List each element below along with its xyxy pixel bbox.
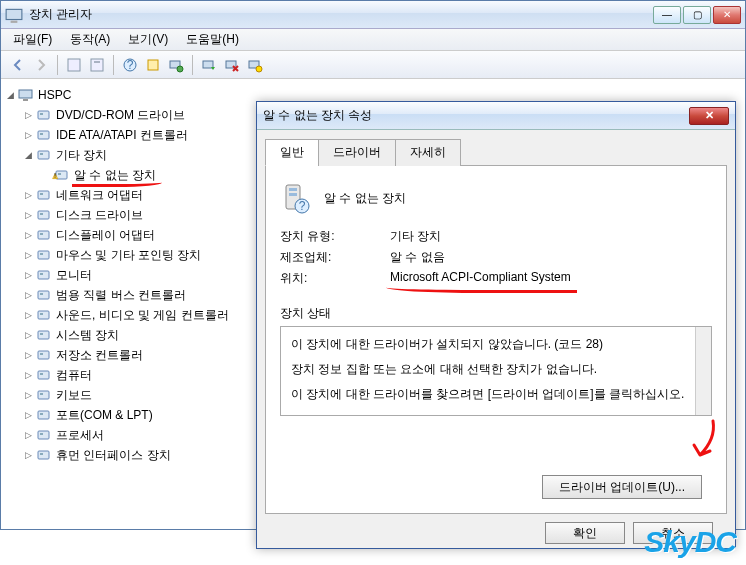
- value-location: Microsoft ACPI-Compliant System: [390, 270, 571, 287]
- svg-rect-2: [68, 59, 80, 71]
- expander-icon[interactable]: ▷: [23, 430, 34, 441]
- tree-item-label: 컴퓨터: [54, 366, 94, 384]
- computer-icon: [18, 87, 34, 103]
- toolbar-icon[interactable]: [86, 54, 108, 76]
- status-line: 장치 정보 집합 또는 요소에 대해 선택한 장치가 없습니다.: [291, 360, 701, 379]
- forward-button[interactable]: [30, 54, 52, 76]
- toolbar-icon[interactable]: [142, 54, 164, 76]
- svg-rect-25: [38, 191, 49, 199]
- svg-rect-45: [38, 391, 49, 399]
- svg-rect-41: [38, 351, 49, 359]
- category-icon: [36, 267, 52, 283]
- svg-rect-0: [6, 9, 22, 19]
- tree-child-label: 알 수 없는 장치: [72, 166, 158, 184]
- expander-icon[interactable]: ▷: [23, 310, 34, 321]
- expander-icon[interactable]: ▷: [23, 390, 34, 401]
- menu-help[interactable]: 도움말(H): [178, 29, 247, 50]
- tab-general[interactable]: 일반: [265, 139, 319, 166]
- menubar: 파일(F) 동작(A) 보기(V) 도움말(H): [1, 29, 745, 51]
- toolbar-icon[interactable]: [198, 54, 220, 76]
- value-device-type: 기타 장치: [390, 228, 441, 245]
- tree-item-label: 프로세서: [54, 426, 106, 444]
- tab-pane-general: ? 알 수 없는 장치 장치 유형:기타 장치 제조업체:알 수 없음 위치:M…: [265, 166, 727, 514]
- ok-button[interactable]: 확인: [545, 522, 625, 544]
- svg-point-13: [256, 66, 262, 72]
- svg-rect-3: [91, 59, 103, 71]
- svg-rect-48: [40, 413, 43, 415]
- expander-icon[interactable]: ▷: [23, 230, 34, 241]
- svg-rect-55: [289, 193, 297, 196]
- expander-icon[interactable]: ▷: [23, 450, 34, 461]
- update-driver-button[interactable]: 드라이버 업데이트(U)...: [542, 475, 702, 499]
- category-icon: [36, 427, 52, 443]
- scan-hardware-icon[interactable]: [165, 54, 187, 76]
- category-icon: [36, 387, 52, 403]
- svg-rect-7: [148, 60, 158, 70]
- expander-icon[interactable]: ▷: [23, 130, 34, 141]
- back-button[interactable]: [7, 54, 29, 76]
- tab-strip: 일반 드라이버 자세히: [265, 138, 727, 166]
- svg-rect-31: [38, 251, 49, 259]
- tree-item-label: DVD/CD-ROM 드라이브: [54, 106, 187, 124]
- expander-icon[interactable]: ▷: [23, 330, 34, 341]
- tree-item-label: 키보드: [54, 386, 94, 404]
- expander-icon[interactable]: ▷: [23, 110, 34, 121]
- help-icon[interactable]: ?: [119, 54, 141, 76]
- menu-view[interactable]: 보기(V): [120, 29, 176, 50]
- uninstall-icon[interactable]: [221, 54, 243, 76]
- expander-icon[interactable]: ▷: [23, 190, 34, 201]
- svg-rect-38: [40, 313, 43, 315]
- category-icon: [36, 227, 52, 243]
- value-manufacturer: 알 수 없음: [390, 249, 445, 266]
- status-box[interactable]: 이 장치에 대한 드라이버가 설치되지 않았습니다. (코드 28) 장치 정보…: [280, 326, 712, 416]
- category-icon: [36, 307, 52, 323]
- svg-rect-14: [19, 90, 32, 98]
- svg-rect-40: [40, 333, 43, 335]
- category-icon: [36, 127, 52, 143]
- svg-rect-29: [38, 231, 49, 239]
- maximize-button[interactable]: ▢: [683, 6, 711, 24]
- tab-details[interactable]: 자세히: [395, 139, 461, 166]
- tree-item-label: 마우스 및 기타 포인팅 장치: [54, 246, 203, 264]
- category-icon: [36, 447, 52, 463]
- svg-rect-46: [40, 393, 43, 395]
- category-icon: [36, 367, 52, 383]
- menu-action[interactable]: 동작(A): [62, 29, 118, 50]
- tree-item-label: 포트(COM & LPT): [54, 406, 155, 424]
- dialog-title: 알 수 없는 장치 속성: [263, 107, 689, 124]
- expander-icon[interactable]: ▷: [23, 210, 34, 221]
- device-name: 알 수 없는 장치: [324, 190, 406, 207]
- expander-icon[interactable]: ▷: [23, 270, 34, 281]
- svg-rect-35: [38, 291, 49, 299]
- toolbar-icon[interactable]: [244, 54, 266, 76]
- close-button[interactable]: ✕: [713, 6, 741, 24]
- svg-rect-1: [11, 20, 18, 22]
- scrollbar[interactable]: [695, 327, 711, 415]
- expander-icon[interactable]: ▷: [23, 290, 34, 301]
- dialog-titlebar[interactable]: 알 수 없는 장치 속성 ✕: [257, 102, 735, 130]
- toolbar-icon[interactable]: [63, 54, 85, 76]
- expander-icon[interactable]: ▷: [23, 250, 34, 261]
- app-icon: [5, 6, 23, 24]
- svg-rect-17: [40, 113, 43, 115]
- expander-icon[interactable]: ◢: [23, 150, 34, 161]
- tree-item-label: 모니터: [54, 266, 94, 284]
- svg-text:?: ?: [127, 58, 134, 72]
- tab-driver[interactable]: 드라이버: [318, 139, 396, 166]
- menu-file[interactable]: 파일(F): [5, 29, 60, 50]
- titlebar[interactable]: 장치 관리자 — ▢ ✕: [1, 1, 745, 29]
- label-device-type: 장치 유형:: [280, 228, 390, 245]
- svg-rect-32: [40, 253, 43, 255]
- dialog-close-button[interactable]: ✕: [689, 107, 729, 125]
- minimize-button[interactable]: —: [653, 6, 681, 24]
- status-label: 장치 상태: [280, 305, 712, 322]
- device-icon: !: [54, 167, 70, 183]
- tree-item-label: 휴먼 인터페이스 장치: [54, 446, 173, 464]
- expander-icon[interactable]: ▷: [23, 350, 34, 361]
- svg-rect-49: [38, 431, 49, 439]
- svg-rect-18: [38, 131, 49, 139]
- svg-rect-10: [203, 61, 213, 68]
- expander-icon[interactable]: ▷: [23, 410, 34, 421]
- expander-icon[interactable]: ▷: [23, 370, 34, 381]
- svg-point-9: [177, 66, 183, 72]
